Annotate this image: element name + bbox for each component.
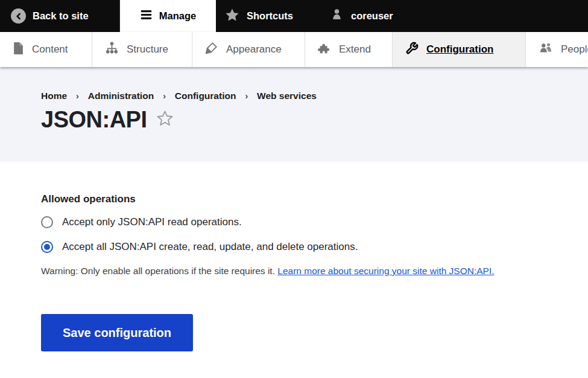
hamburger-menu-icon bbox=[140, 8, 153, 24]
manage-tab[interactable]: Manage bbox=[120, 0, 216, 32]
star-outline-icon[interactable] bbox=[156, 109, 174, 130]
admin-topbar: Back to site Manage Shortcuts coreuser bbox=[0, 0, 588, 32]
breadcrumb-web-services[interactable]: Web services bbox=[257, 91, 317, 101]
tab-configuration[interactable]: Configuration bbox=[392, 32, 525, 67]
tab-extend[interactable]: Extend bbox=[305, 32, 392, 67]
radio-option-all-operations[interactable]: Accept all JSON:API create, read, update… bbox=[41, 241, 588, 253]
tab-appearance[interactable]: Appearance bbox=[192, 32, 305, 67]
radio-unselected-icon[interactable] bbox=[41, 216, 53, 228]
shortcuts-label: Shortcuts bbox=[247, 10, 293, 22]
warning-message: Warning: Only enable all operations if t… bbox=[41, 266, 275, 276]
tab-structure[interactable]: Structure bbox=[92, 32, 192, 67]
wrench-icon bbox=[405, 42, 419, 58]
page-header: Home › Administration › Configuration › … bbox=[0, 67, 588, 162]
star-icon bbox=[224, 7, 240, 25]
person-icon bbox=[329, 7, 344, 25]
breadcrumb-separator: › bbox=[245, 91, 248, 101]
back-to-site-label: Back to site bbox=[33, 10, 89, 22]
sitemap-icon bbox=[105, 41, 119, 58]
page-title: JSON:API bbox=[41, 107, 147, 133]
tab-extend-label: Extend bbox=[339, 43, 371, 56]
manage-label: Manage bbox=[159, 10, 196, 22]
shortcuts-button[interactable]: Shortcuts bbox=[216, 0, 314, 32]
chevron-left-circle-icon bbox=[11, 8, 26, 24]
breadcrumb-separator: › bbox=[163, 91, 166, 101]
username-label: coreuser bbox=[351, 10, 393, 22]
radio-option-read-only[interactable]: Accept only JSON:API read operations. bbox=[41, 216, 588, 228]
save-configuration-button[interactable]: Save configuration bbox=[41, 314, 193, 351]
tab-people-label: People bbox=[561, 43, 588, 56]
tab-structure-label: Structure bbox=[127, 43, 168, 56]
radio-selected-icon[interactable] bbox=[41, 241, 53, 253]
breadcrumb-separator: › bbox=[76, 91, 79, 101]
breadcrumb-home[interactable]: Home bbox=[41, 91, 67, 101]
paintbrush-icon bbox=[205, 42, 218, 58]
back-to-site-button[interactable]: Back to site bbox=[0, 0, 120, 32]
admin-toolbar: Content Structure Appearance Extend Conf… bbox=[0, 32, 588, 67]
file-icon bbox=[13, 42, 24, 58]
radio-option-read-only-label: Accept only JSON:API read operations. bbox=[62, 216, 242, 228]
breadcrumb-configuration[interactable]: Configuration bbox=[175, 91, 236, 101]
tab-content[interactable]: Content bbox=[0, 32, 92, 67]
two-people-icon bbox=[539, 42, 553, 58]
user-menu[interactable]: coreuser bbox=[314, 0, 393, 32]
allowed-operations-label: Allowed operations bbox=[41, 193, 588, 205]
tab-people[interactable]: People bbox=[525, 32, 588, 67]
jsonapi-config-form: Allowed operations Accept only JSON:API … bbox=[0, 162, 588, 351]
puzzle-piece-icon bbox=[318, 42, 331, 58]
breadcrumb-administration[interactable]: Administration bbox=[88, 91, 154, 101]
radio-option-all-operations-label: Accept all JSON:API create, read, update… bbox=[62, 241, 358, 253]
learn-more-link[interactable]: Learn more about securing your site with… bbox=[277, 266, 494, 276]
breadcrumb: Home › Administration › Configuration › … bbox=[41, 91, 588, 101]
tab-appearance-label: Appearance bbox=[226, 43, 282, 56]
warning-text: Warning: Only enable all operations if t… bbox=[41, 266, 588, 277]
tab-configuration-label: Configuration bbox=[426, 43, 493, 56]
tab-content-label: Content bbox=[32, 43, 68, 56]
